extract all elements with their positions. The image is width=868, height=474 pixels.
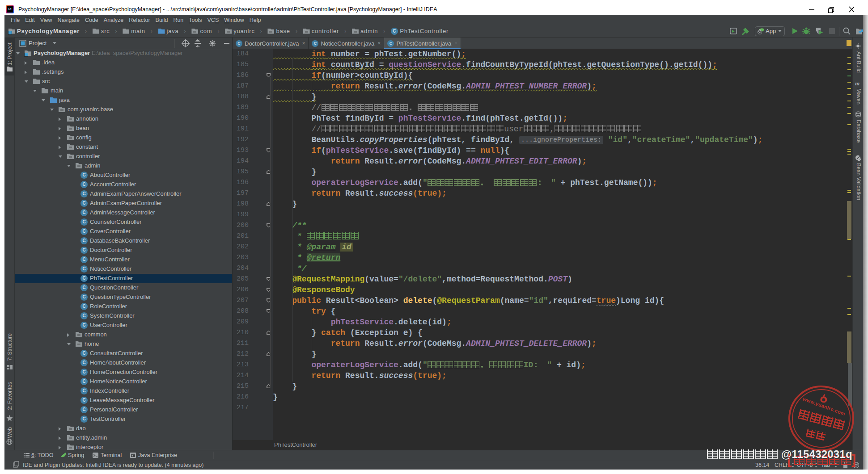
svg-text:App: App — [766, 28, 776, 34]
